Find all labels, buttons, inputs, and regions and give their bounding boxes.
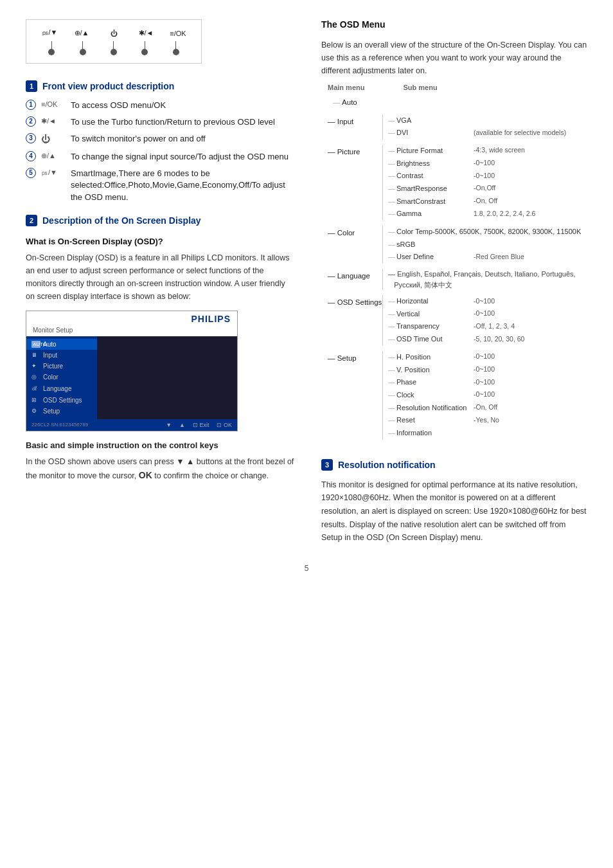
btn-dot-1 [48,41,55,55]
section3-num: 3 [321,459,333,471]
setup-icon: ⚙ [31,408,40,414]
section2-title: Description of the On Screen Display [42,215,201,226]
sub-horizontal: Horizontal -0~100 [388,295,587,307]
fv-item-3: 3 ⏻ To switch monitor's power on and off [26,133,296,146]
menu-item-language: ㎗ Language [26,383,97,395]
osd-item-osd-settings: — OSD Settings Horizontal -0~100 Vertica… [328,295,587,346]
sub-picture-format: Picture Format -4:3, wide screen [388,145,587,157]
menu-item-color: ◎ Color [26,372,97,383]
sub-phase: Phase -0~100 [388,376,587,388]
osd-item-setup: — Setup H. Position -0~100 V. Position -… [328,351,587,440]
monitor-mockup: PHILIPS Monitor Setup AUTO Auto 🖥 Input [26,311,238,431]
button-diagram: ㎰/▼ ⊕/▲ ⏻ ✱/◄ ≡/OK [26,19,202,64]
btn-icon-4: ✱/◄ [136,29,156,37]
osd-desc-text: On-Screen Display (OSD) is a feature in … [26,251,296,303]
menu-item-picture: ✦ Picture [26,361,97,372]
fv-text-3: To switch monitor's power on and off [71,133,206,145]
section1-title: Front view product description [42,81,174,91]
section1-header: 1 Front view product description [26,80,296,92]
auto-icon: AUTO [31,341,40,348]
btn-icon-3: ⏻ [103,30,124,37]
sub-dvi: DVI (available for selective models) [388,127,587,139]
section2-num: 2 [26,215,37,226]
header-sub: Sub menu [403,84,437,91]
fv-icon-3: ⏻ [41,133,66,146]
page-number: 5 [26,564,587,573]
section1-num: 1 [26,80,37,92]
menu-item-osd-settings: ⊞ OSD Settings [26,395,97,406]
instruction-text-part2: to confirm the choice or change. [154,471,269,480]
menu-item-input: 🖥 Input [26,350,97,361]
sub-languages: — English, Español, Français, Deutsch, I… [388,269,587,290]
btn-icon-2: ⊕/▲ [71,29,92,37]
osd-tree: Auto — Input VGA DVI (available for sele… [321,96,587,440]
monitor-footer: 226CL2 SN:6123456789 ▼ ▲ ⊡ Exit ⊡ OK [26,419,237,431]
sub-vertical: Vertical -0~100 [388,308,587,320]
sub-h-position: H. Position -0~100 [388,351,587,363]
fv-item-5: 5 ㎰/▼ SmartImage,There are 6 modes to be… [26,168,296,203]
fv-item-2: 2 ✱/◄ To use the Turbo function/Return t… [26,116,296,128]
btn-dot-2 [80,41,86,55]
monitor-setup-label: Monitor Setup [26,325,237,336]
monitor-footer-buttons: ▼ ▲ ⊡ Exit ⊡ OK [166,422,232,428]
sub-color-temp: Color Temp-5000K, 6500K, 7500K, 8200K, 9… [388,226,587,238]
color-icon: ◎ [31,374,40,380]
header-main: Main menu [328,84,364,91]
section3-header: 3 Resolution notification [321,459,587,471]
menu-item-auto: AUTO Auto [26,339,97,350]
osd-subsection-title: What is On-Screen Display (OSD)? [26,237,296,246]
monitor-brand: PHILIPS [26,311,237,325]
osd-item-picture: — Picture Picture Format -4:3, wide scre… [328,145,587,221]
sub-smart-contrast: SmartConstrast -On, Off [388,195,587,208]
instruction-label: Basic and simple instruction on the cont… [26,440,296,450]
footer-btn-up: ▲ [179,422,185,428]
footer-btn-exit: ⊡ Exit [193,422,209,428]
sub-v-position: V. Position -0~100 [388,364,587,376]
instruction-text: In the OSD shown above users can press ▼… [26,455,296,482]
fv-text-2: To use the Turbo function/Return to prev… [71,116,275,128]
section3-text: This monitor is designed for optimal per… [321,478,587,545]
sub-brightness: Brightness -0~100 [388,158,587,170]
section3: 3 Resolution notification This monitor i… [321,459,587,545]
sub-srgb: sRGB [388,239,587,251]
input-icon: 🖥 [31,352,40,358]
sub-contrast: Contrast -0~100 [388,170,587,182]
monitor-serial: 226CL2 SN:6123456789 [31,422,88,428]
monitor-content [97,336,237,419]
sub-transparency: Transparency -Off, 1, 2, 3, 4 [388,320,587,332]
fv-icon-2: ✱/◄ [41,116,66,126]
sub-information: Information [388,427,587,439]
osd-item-color: — Color Color Temp-5000K, 6500K, 7500K, … [328,226,587,264]
btn-dot-3 [111,41,117,55]
sub-resolution-notification: Resolution Notification -On, Off [388,402,587,414]
btn-dot-5 [173,41,179,55]
osd-menu-description: Below is an overall view of the structur… [321,39,587,77]
fv-icon-1: ≡/OK [41,100,66,109]
btn-dot-4 [141,41,148,55]
fv-icon-5: ㎰/▼ [41,168,66,177]
footer-btn-ok: ⊡ OK [217,422,232,428]
picture-icon: ✦ [31,363,40,369]
sub-user-define: User Define -Red Green Blue [388,251,587,263]
sub-smart-response: SmartResponse -On,Off [388,183,587,195]
footer-btn-down: ▼ [166,422,172,428]
fv-item-1: 1 ≡/OK To access OSD menu/OK [26,100,296,111]
sub-osd-timeout: OSD Time Out -5, 10, 20, 30, 60 [388,333,587,345]
section2-header: 2 Description of the On Screen Display [26,215,296,226]
menu-item-setup: ⚙ Setup [26,406,97,417]
language-icon: ㎗ [31,384,40,393]
osd-menu-title: The OSD Menu [321,19,587,30]
sub-vga: VGA [388,114,587,127]
osd-item-input: — Input VGA DVI (available for selective… [328,114,587,140]
fv-icon-4: ⊕/▲ [41,151,66,161]
section3-title: Resolution notification [338,460,436,470]
fv-text-1: To access OSD menu/OK [71,100,166,111]
btn-icon-5: ≡/OK [168,30,188,37]
osd-item-language: — Language — English, Español, Français,… [328,269,587,290]
front-view-list: 1 ≡/OK To access OSD menu/OK 2 ✱/◄ To us… [26,100,296,203]
osd-settings-icon: ⊞ [31,397,40,403]
sub-reset: Reset -Yes, No [388,414,587,426]
sub-gamma: Gamma 1.8, 2.0, 2.2, 2.4, 2.6 [388,208,587,220]
sub-clock: Clock -0~100 [388,389,587,401]
btn-icon-1: ㎰/▼ [39,28,60,37]
